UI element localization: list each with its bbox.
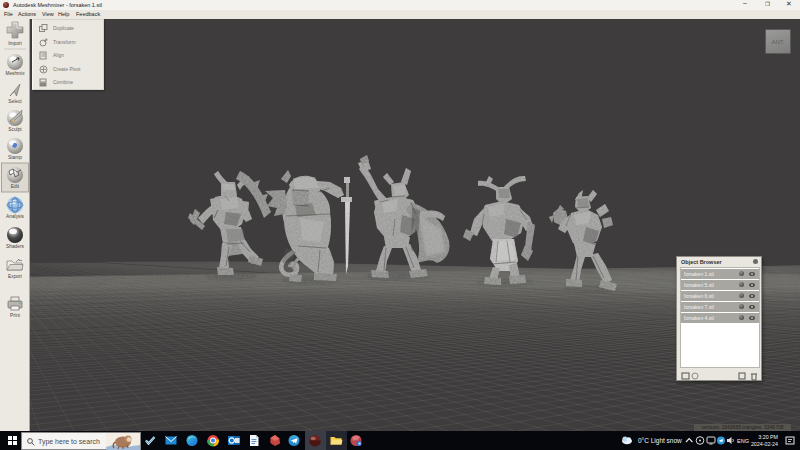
svg-text:Stamp: Stamp: [8, 155, 22, 160]
svg-text:ENG: ENG: [737, 438, 749, 444]
svg-text:0°C Light snow: 0°C Light snow: [638, 437, 682, 445]
svg-text:Sculpt: Sculpt: [8, 127, 22, 132]
svg-text:3:20 PM: 3:20 PM: [758, 434, 778, 440]
svg-text:Import: Import: [8, 41, 22, 46]
svg-text:Print: Print: [10, 313, 21, 318]
svg-text:2024-02-24: 2024-02-24: [751, 441, 778, 447]
svg-text:Edit: Edit: [11, 184, 20, 189]
svg-text:Shaders: Shaders: [6, 244, 24, 249]
svg-text:Analysis: Analysis: [6, 214, 24, 219]
svg-text:Export: Export: [8, 274, 23, 279]
svg-text:Select: Select: [8, 99, 22, 104]
svg-text:Meshmix: Meshmix: [5, 71, 25, 76]
